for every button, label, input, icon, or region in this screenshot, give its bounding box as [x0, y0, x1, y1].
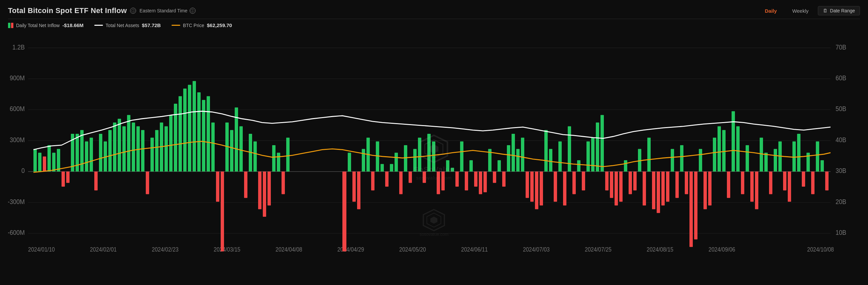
svg-text:30B: 30B — [836, 167, 846, 174]
svg-rect-183 — [764, 152, 768, 171]
svg-text:2024/05/20: 2024/05/20 — [399, 246, 426, 253]
svg-rect-110 — [423, 172, 426, 183]
svg-rect-162 — [666, 172, 670, 202]
svg-rect-85 — [253, 142, 257, 172]
svg-rect-152 — [619, 172, 623, 202]
svg-rect-143 — [577, 160, 581, 172]
svg-rect-78 — [221, 172, 224, 277]
header-row: Total Bitcoin Spot ETF Net Inflow ⓘ East… — [8, 6, 860, 16]
svg-rect-74 — [202, 100, 205, 172]
svg-text:300M: 300M — [10, 136, 25, 143]
svg-rect-56 — [118, 119, 121, 172]
svg-text:2024/06/11: 2024/06/11 — [461, 246, 488, 253]
svg-rect-153 — [624, 160, 627, 172]
svg-rect-133 — [530, 172, 534, 202]
legend-inflow-icon — [8, 23, 13, 28]
svg-rect-120 — [469, 160, 473, 172]
svg-text:-300M: -300M — [8, 198, 25, 205]
svg-rect-104 — [395, 152, 398, 171]
svg-text:50B: 50B — [836, 105, 846, 112]
svg-rect-193 — [811, 172, 814, 194]
svg-rect-97 — [362, 149, 365, 172]
svg-text:2024/07/25: 2024/07/25 — [585, 246, 612, 253]
weekly-tab[interactable]: Weekly — [786, 6, 814, 16]
svg-rect-66 — [164, 126, 168, 172]
legend-btc-icon — [172, 25, 180, 26]
svg-rect-71 — [188, 85, 191, 172]
svg-rect-69 — [179, 96, 182, 171]
svg-rect-141 — [568, 126, 571, 172]
svg-rect-76 — [211, 122, 215, 172]
svg-rect-139 — [558, 142, 562, 172]
svg-rect-180 — [750, 172, 754, 202]
svg-rect-148 — [600, 115, 604, 172]
svg-rect-177 — [736, 126, 740, 172]
svg-rect-128 — [507, 145, 510, 172]
svg-text:2024/03/15: 2024/03/15 — [214, 246, 240, 253]
svg-rect-93 — [342, 172, 346, 282]
svg-rect-86 — [258, 172, 261, 209]
svg-rect-140 — [563, 172, 566, 205]
svg-rect-59 — [132, 122, 135, 172]
svg-rect-41 — [48, 145, 51, 172]
calendar-icon: 🗓 — [823, 8, 828, 13]
svg-rect-181 — [755, 172, 758, 209]
svg-rect-184 — [769, 172, 772, 194]
svg-rect-147 — [596, 122, 599, 172]
svg-rect-40 — [43, 156, 46, 172]
svg-rect-190 — [797, 134, 801, 172]
svg-rect-149 — [605, 172, 609, 190]
svg-rect-132 — [526, 172, 529, 198]
svg-rect-112 — [432, 142, 435, 172]
timezone-info-icon[interactable]: ⓘ — [190, 8, 195, 14]
svg-rect-57 — [122, 126, 126, 172]
svg-rect-106 — [404, 145, 407, 172]
svg-rect-151 — [615, 172, 618, 205]
svg-rect-51 — [94, 172, 98, 190]
svg-rect-144 — [582, 172, 585, 190]
svg-rect-88 — [268, 172, 271, 205]
svg-rect-101 — [380, 164, 384, 172]
page-title: Total Bitcoin Spot ETF Net Inflow — [8, 6, 127, 15]
svg-rect-45 — [66, 172, 69, 183]
svg-rect-163 — [671, 149, 674, 172]
svg-rect-38 — [33, 149, 37, 172]
svg-rect-111 — [427, 134, 431, 172]
svg-rect-99 — [371, 172, 374, 190]
daily-tab[interactable]: Daily — [759, 6, 783, 16]
svg-rect-196 — [825, 172, 829, 190]
svg-text:2024/02/23: 2024/02/23 — [152, 246, 179, 253]
svg-rect-58 — [127, 115, 130, 172]
svg-rect-125 — [493, 172, 496, 183]
svg-rect-87 — [263, 172, 266, 217]
svg-rect-61 — [141, 130, 145, 172]
svg-rect-154 — [629, 172, 632, 194]
svg-rect-138 — [554, 172, 557, 202]
svg-rect-188 — [788, 172, 791, 202]
svg-text:2024/04/29: 2024/04/29 — [337, 246, 364, 253]
svg-rect-64 — [155, 130, 158, 172]
title-info-icon[interactable]: ⓘ — [130, 8, 136, 14]
svg-rect-52 — [99, 134, 102, 172]
main-container: Total Bitcoin Spot ETF Net Inflow ⓘ East… — [0, 0, 868, 285]
title-area: Total Bitcoin Spot ETF Net Inflow ⓘ East… — [8, 6, 195, 15]
svg-rect-109 — [418, 138, 421, 171]
svg-text:2024/02/01: 2024/02/01 — [90, 246, 117, 253]
svg-rect-121 — [474, 172, 477, 187]
svg-rect-171 — [708, 172, 712, 205]
svg-rect-92 — [286, 138, 289, 171]
svg-rect-0 — [8, 23, 10, 28]
svg-rect-119 — [465, 172, 468, 190]
legend-item-inflow: Daily Total Net Inflow -$18.66M — [8, 22, 84, 28]
svg-rect-130 — [516, 149, 520, 172]
svg-rect-73 — [197, 92, 200, 172]
svg-rect-165 — [680, 145, 683, 172]
svg-rect-117 — [456, 172, 459, 187]
svg-text:1.2B: 1.2B — [12, 44, 25, 51]
svg-text:60B: 60B — [836, 74, 846, 82]
chart-area: 1.2B 900M 600M 300M 0 -300M -600M 70B 60… — [8, 33, 860, 282]
controls-area: Daily Weekly 🗓 Date Range — [759, 6, 860, 16]
date-range-button[interactable]: 🗓 Date Range — [818, 6, 860, 16]
svg-rect-1 — [11, 23, 13, 28]
svg-rect-178 — [741, 172, 744, 194]
